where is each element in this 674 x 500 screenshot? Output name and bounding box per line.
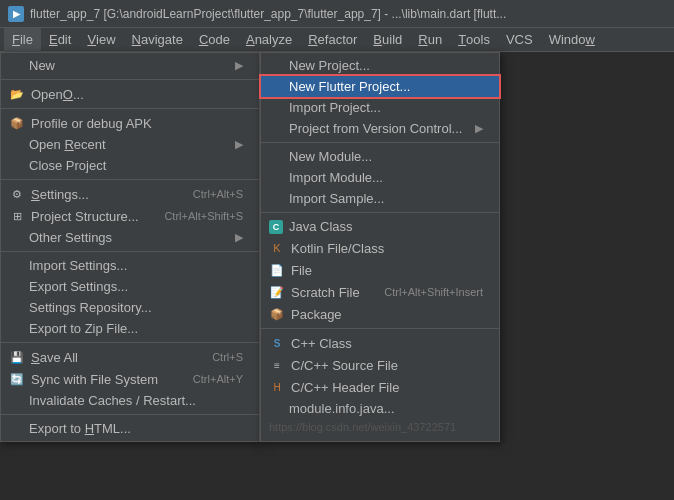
new-cpp-header[interactable]: H C/C++ Header File bbox=[261, 376, 499, 398]
new-module-info[interactable]: module.info.java... bbox=[261, 398, 499, 419]
menu-build[interactable]: Build bbox=[365, 28, 410, 52]
save-icon: 💾 bbox=[9, 349, 25, 365]
dropdown-overlay: New ▶ 📂 OpenO... 📦 Profile or debug APK … bbox=[0, 52, 500, 442]
separator bbox=[1, 179, 259, 180]
cpp-header-icon: H bbox=[269, 379, 285, 395]
file-profile-apk[interactable]: 📦 Profile or debug APK bbox=[1, 112, 259, 134]
new-project[interactable]: New Project... bbox=[261, 55, 499, 76]
file-project-structure[interactable]: ⊞ Project Structure... Ctrl+Alt+Shift+S bbox=[1, 205, 259, 227]
import-project[interactable]: Import Project... bbox=[261, 97, 499, 118]
separator bbox=[261, 328, 499, 329]
kotlin-icon: K bbox=[269, 240, 285, 256]
file-new[interactable]: New ▶ bbox=[1, 55, 259, 76]
file-export-zip[interactable]: Export to Zip File... bbox=[1, 318, 259, 339]
menu-file[interactable]: File bbox=[4, 28, 41, 52]
new-package[interactable]: 📦 Package bbox=[261, 303, 499, 325]
separator bbox=[1, 251, 259, 252]
file-export-settings[interactable]: Export Settings... bbox=[1, 276, 259, 297]
gear-icon: ⚙ bbox=[9, 186, 25, 202]
footer-link: https://blog.csdn.net/weixin_43722571 bbox=[261, 419, 499, 435]
import-module[interactable]: Import Module... bbox=[261, 167, 499, 188]
new-cpp-source[interactable]: ≡ C/C++ Source File bbox=[261, 354, 499, 376]
menu-view[interactable]: View bbox=[79, 28, 123, 52]
separator bbox=[261, 212, 499, 213]
new-module[interactable]: New Module... bbox=[261, 146, 499, 167]
separator bbox=[1, 79, 259, 80]
structure-icon: ⊞ bbox=[9, 208, 25, 224]
menu-window[interactable]: Window bbox=[541, 28, 603, 52]
separator bbox=[1, 342, 259, 343]
new-file[interactable]: 📄 File bbox=[261, 259, 499, 281]
separator bbox=[1, 414, 259, 415]
file-sync[interactable]: 🔄 Sync with File System Ctrl+Alt+Y bbox=[1, 368, 259, 390]
new-java-class[interactable]: C Java Class bbox=[261, 216, 499, 237]
title-bar: ▶ flutter_app_7 [G:\androidLearnProject\… bbox=[0, 0, 674, 28]
separator bbox=[1, 108, 259, 109]
menu-refactor[interactable]: Refactor bbox=[300, 28, 365, 52]
file-other-settings[interactable]: Other Settings ▶ bbox=[1, 227, 259, 248]
file-open[interactable]: 📂 OpenO... bbox=[1, 83, 259, 105]
cpp-class-icon: S bbox=[269, 335, 285, 351]
menu-code[interactable]: Code bbox=[191, 28, 238, 52]
file-open-recent[interactable]: Open Recent ▶ bbox=[1, 134, 259, 155]
file-export-html[interactable]: Export to HTML... bbox=[1, 418, 259, 439]
java-class-icon: C bbox=[269, 220, 283, 234]
file-settings-repo[interactable]: Settings Repository... bbox=[1, 297, 259, 318]
menu-bar: File Edit View Navigate Code Analyze Ref… bbox=[0, 28, 674, 52]
new-kotlin-file[interactable]: K Kotlin File/Class bbox=[261, 237, 499, 259]
file-save-all[interactable]: 💾 Save All Ctrl+S bbox=[1, 346, 259, 368]
menu-analyze[interactable]: Analyze bbox=[238, 28, 300, 52]
scratch-icon: 📝 bbox=[269, 284, 285, 300]
new-cpp-class[interactable]: S C++ Class bbox=[261, 332, 499, 354]
folder-icon: 📂 bbox=[9, 86, 25, 102]
file-import-settings[interactable]: Import Settings... bbox=[1, 255, 259, 276]
project-from-vcs[interactable]: Project from Version Control... ▶ bbox=[261, 118, 499, 139]
menu-run[interactable]: Run bbox=[410, 28, 450, 52]
package-icon: 📦 bbox=[269, 306, 285, 322]
app-icon: ▶ bbox=[8, 6, 24, 22]
file-invalidate-caches[interactable]: Invalidate Caches / Restart... bbox=[1, 390, 259, 411]
menu-tools[interactable]: Tools bbox=[450, 28, 498, 52]
file-close-project[interactable]: Close Project bbox=[1, 155, 259, 176]
menu-edit[interactable]: Edit bbox=[41, 28, 79, 52]
import-sample[interactable]: Import Sample... bbox=[261, 188, 499, 209]
separator bbox=[261, 142, 499, 143]
title-bar-text: flutter_app_7 [G:\androidLearnProject\fl… bbox=[30, 7, 506, 21]
new-scratch-file[interactable]: 📝 Scratch File Ctrl+Alt+Shift+Insert bbox=[261, 281, 499, 303]
file-icon: 📄 bbox=[269, 262, 285, 278]
sync-icon: 🔄 bbox=[9, 371, 25, 387]
file-settings[interactable]: ⚙ Settings... Ctrl+Alt+S bbox=[1, 183, 259, 205]
menu-vcs[interactable]: VCS bbox=[498, 28, 541, 52]
new-flutter-project[interactable]: New Flutter Project... bbox=[261, 76, 499, 97]
menu-navigate[interactable]: Navigate bbox=[124, 28, 191, 52]
apk-icon: 📦 bbox=[9, 115, 25, 131]
new-submenu: New Project... New Flutter Project... Im… bbox=[260, 52, 500, 442]
file-dropdown: New ▶ 📂 OpenO... 📦 Profile or debug APK … bbox=[0, 52, 260, 442]
cpp-source-icon: ≡ bbox=[269, 357, 285, 373]
